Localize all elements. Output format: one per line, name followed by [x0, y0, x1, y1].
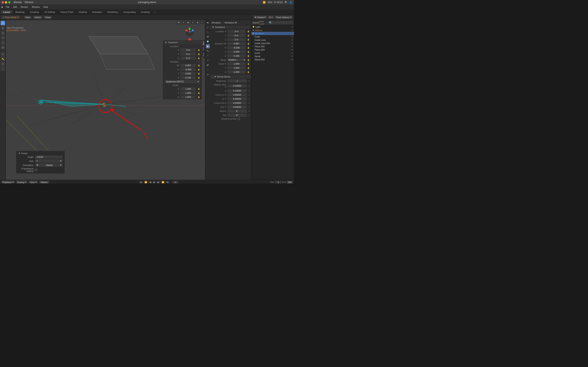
loc-x-value[interactable]: 0 m — [180, 48, 196, 52]
tab-compositing[interactable]: Compositing — [121, 10, 138, 14]
loc-y-lock[interactable]: 🔒 — [198, 53, 200, 55]
outliner-item-plane-003[interactable]: Plane.003 👁 — [254, 48, 294, 51]
outliner-item-cube[interactable]: Cube 👁 — [254, 35, 294, 38]
end-frame[interactable]: 250 — [287, 181, 293, 184]
props-rot-y-value[interactable]: 0.000 — [227, 50, 246, 53]
segments-value[interactable]: 1 — [227, 79, 247, 83]
tool-transform[interactable]: ⊞ — [1, 45, 5, 50]
spiral-visibility[interactable]: 👁 — [291, 55, 293, 58]
display-x-lock[interactable]: ● — [249, 85, 250, 87]
armature-visibility[interactable]: 👁 — [291, 33, 293, 35]
props-rot-z-lock[interactable]: 🔒 — [247, 55, 250, 57]
outliner-item-spiral[interactable]: Spiral 👁 — [254, 55, 294, 58]
loc-x-lock[interactable]: 🔒 — [198, 49, 200, 51]
tab-sculpting[interactable]: Sculpting — [27, 10, 42, 14]
tab-modeling[interactable]: Modeling — [13, 10, 27, 14]
marker-menu[interactable]: Marker — [39, 181, 49, 184]
transform-icons[interactable]: ⊙ ≡ — [268, 16, 274, 19]
tool-move[interactable]: ✛ — [1, 31, 5, 35]
tab-shading[interactable]: Shading — [76, 10, 89, 14]
loc-z-lock[interactable]: 🔒 — [198, 57, 200, 59]
curve-out-x-value[interactable]: 0.00000 — [227, 101, 247, 105]
cube-visibility[interactable]: 👁 — [291, 36, 293, 38]
pose-menu[interactable]: Pose — [44, 16, 52, 19]
curve-in-x-lock[interactable]: ● — [249, 94, 250, 96]
props-scale-y-value[interactable]: 1.000 — [227, 66, 246, 69]
outliner-item-light[interactable]: 💡 Light 👁 — [251, 25, 294, 29]
inside-case-visibility[interactable]: 👁 — [291, 39, 293, 41]
viewport-3d[interactable]: 📷 ● ▣ ● ◑ ○ — [6, 20, 205, 180]
menu-edit[interactable]: Edit — [11, 5, 18, 8]
props-scale-y-lock[interactable]: 🔒 — [247, 67, 250, 69]
view-dropdown[interactable]: View ▾ — [29, 180, 38, 184]
props-scale-z-value[interactable]: 1.000 — [227, 70, 246, 74]
jump-start-button[interactable]: ⏮ — [139, 181, 143, 184]
outliner-search[interactable] — [268, 21, 293, 24]
tool-tab[interactable]: Tool — [202, 46, 205, 52]
current-frame[interactable]: 0 — [172, 181, 178, 184]
roll-in-lock[interactable]: ● — [249, 110, 250, 112]
rotation-mode-dropdown[interactable]: Quaternion (WXYZ) ▾ — [165, 80, 200, 83]
loc-z-value[interactable]: 0 m — [180, 57, 196, 60]
step-forward-button[interactable]: ▶ — [157, 181, 160, 184]
props-scale-x-lock[interactable]: 🔒 — [247, 63, 250, 65]
curve-out-y-value[interactable]: 0.00000 — [227, 105, 247, 109]
scale-z-value[interactable]: 1.000 — [180, 95, 196, 99]
props-mode-lock[interactable]: 🔒 — [247, 59, 250, 61]
search-icon[interactable]: 🔍 — [285, 1, 287, 4]
prop-edit-checkbox[interactable] — [35, 169, 37, 171]
light-visibility[interactable]: 👁 — [291, 26, 293, 28]
props-scale-x-value[interactable]: 1.000 — [227, 62, 246, 66]
transform-section-header[interactable]: ▼ Transform — [163, 41, 201, 44]
vp-render-icon[interactable]: ● — [181, 20, 185, 25]
scale-y-lock[interactable]: 🔒 — [198, 92, 200, 94]
menu-file[interactable]: File — [4, 5, 11, 8]
axis-dropdown[interactable]: Y ▾ — [35, 159, 63, 163]
tab-scripting[interactable]: Scripting — [138, 10, 152, 14]
outliner-item-armature[interactable]: ▼ Armature 👁 — [251, 32, 294, 35]
curve-out-y-lock[interactable]: ● — [249, 106, 250, 108]
scroll-visibility[interactable]: 👁 — [291, 52, 293, 54]
rot-y-value[interactable]: 0.000 — [180, 72, 196, 75]
scale-z-lock[interactable]: 🔒 — [198, 96, 200, 98]
scale-x-lock[interactable]: 🔒 — [198, 88, 200, 90]
roll-out-lock[interactable]: ● — [249, 114, 250, 116]
outliner-item-spiral-002[interactable]: Spiral.002 👁 — [254, 58, 294, 61]
props-transform-header[interactable]: ▼ Transform — [210, 25, 251, 29]
tool-rotate[interactable]: ↻ — [1, 35, 5, 40]
menu-help[interactable]: Help — [42, 5, 50, 8]
menu-render[interactable]: Render — [19, 5, 30, 8]
props-loc-x-lock[interactable]: 🔒 — [247, 30, 250, 33]
modifier-props-icon[interactable]: 🔧 — [206, 49, 210, 53]
jump-end-button[interactable]: ⏭ — [166, 181, 169, 184]
select-menu[interactable]: Select — [33, 16, 43, 19]
vp-cameras-icon[interactable]: 📷 — [177, 20, 181, 25]
props-mode-dropdown[interactable]: Quaterni... ▾ — [227, 58, 246, 61]
close-button[interactable] — [2, 1, 4, 3]
minimize-button[interactable] — [5, 1, 7, 3]
rot-y-lock[interactable]: 🔒 — [198, 73, 200, 75]
vp-shading-solid[interactable]: ● — [191, 20, 195, 25]
tab-layout[interactable]: Layout — [1, 10, 12, 14]
object-props-icon[interactable]: ▣ — [206, 44, 210, 48]
outliner-item-inside-case[interactable]: inside case 👁 — [254, 38, 294, 42]
render-props-icon[interactable]: 📷 — [206, 21, 210, 25]
props-loc-z-lock[interactable]: 🔒 — [247, 39, 250, 41]
inherit-roll-checkbox[interactable] — [238, 118, 240, 120]
next-keyframe-button[interactable]: ⏩ — [161, 181, 165, 184]
start-frame[interactable]: 1 — [275, 181, 281, 184]
bakcup-visibility[interactable]: 👁 — [291, 29, 293, 31]
rot-z-lock[interactable]: 🔒 — [198, 77, 200, 79]
scale-y-value[interactable]: 1.000 — [180, 91, 196, 95]
data-props-icon[interactable]: ⬡ — [206, 68, 210, 72]
display-z-lock[interactable]: ● — [249, 90, 250, 92]
global-dropdown[interactable]: ⊕ Global ▾ — [253, 16, 267, 19]
curve-in-y-value[interactable]: 0.00000 — [227, 97, 247, 100]
vp-shading-rendered[interactable]: ○ — [200, 20, 204, 25]
loc-y-value[interactable]: 0 m — [180, 52, 196, 56]
rot-x-lock[interactable]: 🔒 — [198, 68, 200, 71]
scene-props-icon[interactable]: 🎬 — [206, 35, 210, 39]
curve-out-x-lock[interactable]: ● — [249, 102, 250, 104]
keying-dropdown[interactable]: Keying ▾ — [16, 180, 27, 184]
props-rot-z-value[interactable]: 0.160 — [227, 54, 246, 58]
